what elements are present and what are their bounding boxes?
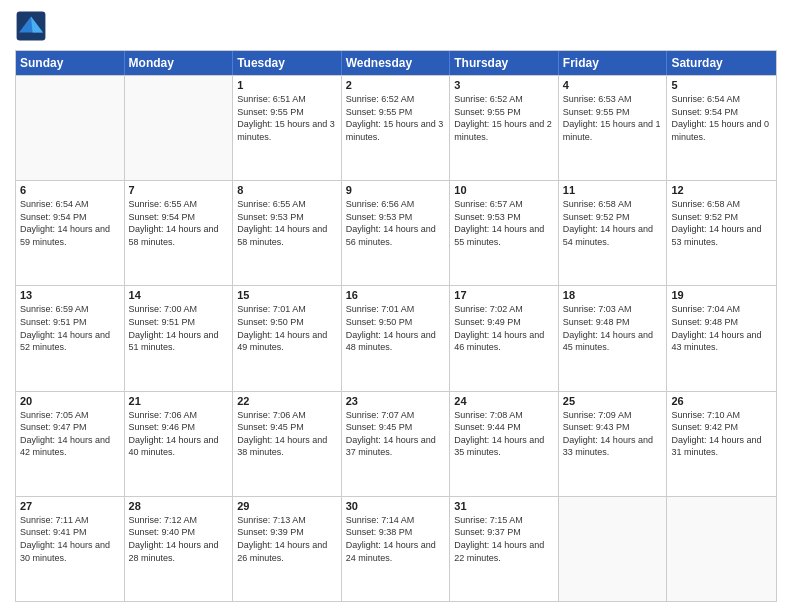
day-info: Sunrise: 7:04 AM Sunset: 9:48 PM Dayligh…: [671, 303, 772, 353]
day-info: Sunrise: 6:54 AM Sunset: 9:54 PM Dayligh…: [671, 93, 772, 143]
empty-cell: [559, 497, 668, 601]
logo-icon: [15, 10, 47, 42]
day-number: 16: [346, 289, 446, 301]
day-cell-4: 4Sunrise: 6:53 AM Sunset: 9:55 PM Daylig…: [559, 76, 668, 180]
day-info: Sunrise: 6:52 AM Sunset: 9:55 PM Dayligh…: [346, 93, 446, 143]
day-number: 14: [129, 289, 229, 301]
week-row-3: 13Sunrise: 6:59 AM Sunset: 9:51 PM Dayli…: [16, 285, 776, 390]
day-info: Sunrise: 7:05 AM Sunset: 9:47 PM Dayligh…: [20, 409, 120, 459]
day-number: 29: [237, 500, 337, 512]
day-number: 4: [563, 79, 663, 91]
page: SundayMondayTuesdayWednesdayThursdayFrid…: [0, 0, 792, 612]
header: [15, 10, 777, 42]
day-number: 28: [129, 500, 229, 512]
day-info: Sunrise: 6:58 AM Sunset: 9:52 PM Dayligh…: [671, 198, 772, 248]
week-row-4: 20Sunrise: 7:05 AM Sunset: 9:47 PM Dayli…: [16, 391, 776, 496]
day-info: Sunrise: 7:08 AM Sunset: 9:44 PM Dayligh…: [454, 409, 554, 459]
day-cell-28: 28Sunrise: 7:12 AM Sunset: 9:40 PM Dayli…: [125, 497, 234, 601]
day-cell-29: 29Sunrise: 7:13 AM Sunset: 9:39 PM Dayli…: [233, 497, 342, 601]
day-cell-9: 9Sunrise: 6:56 AM Sunset: 9:53 PM Daylig…: [342, 181, 451, 285]
day-info: Sunrise: 6:55 AM Sunset: 9:53 PM Dayligh…: [237, 198, 337, 248]
day-number: 9: [346, 184, 446, 196]
calendar: SundayMondayTuesdayWednesdayThursdayFrid…: [15, 50, 777, 602]
logo: [15, 10, 51, 42]
day-number: 10: [454, 184, 554, 196]
header-day-monday: Monday: [125, 51, 234, 75]
day-info: Sunrise: 7:11 AM Sunset: 9:41 PM Dayligh…: [20, 514, 120, 564]
day-cell-2: 2Sunrise: 6:52 AM Sunset: 9:55 PM Daylig…: [342, 76, 451, 180]
day-info: Sunrise: 7:01 AM Sunset: 9:50 PM Dayligh…: [237, 303, 337, 353]
day-number: 20: [20, 395, 120, 407]
day-number: 19: [671, 289, 772, 301]
day-cell-7: 7Sunrise: 6:55 AM Sunset: 9:54 PM Daylig…: [125, 181, 234, 285]
day-cell-17: 17Sunrise: 7:02 AM Sunset: 9:49 PM Dayli…: [450, 286, 559, 390]
header-day-saturday: Saturday: [667, 51, 776, 75]
day-number: 5: [671, 79, 772, 91]
day-number: 13: [20, 289, 120, 301]
day-number: 25: [563, 395, 663, 407]
day-info: Sunrise: 6:53 AM Sunset: 9:55 PM Dayligh…: [563, 93, 663, 143]
day-info: Sunrise: 6:56 AM Sunset: 9:53 PM Dayligh…: [346, 198, 446, 248]
day-number: 3: [454, 79, 554, 91]
day-info: Sunrise: 6:59 AM Sunset: 9:51 PM Dayligh…: [20, 303, 120, 353]
day-number: 26: [671, 395, 772, 407]
day-number: 11: [563, 184, 663, 196]
day-cell-6: 6Sunrise: 6:54 AM Sunset: 9:54 PM Daylig…: [16, 181, 125, 285]
day-info: Sunrise: 6:58 AM Sunset: 9:52 PM Dayligh…: [563, 198, 663, 248]
header-day-tuesday: Tuesday: [233, 51, 342, 75]
day-number: 12: [671, 184, 772, 196]
day-number: 6: [20, 184, 120, 196]
day-info: Sunrise: 6:52 AM Sunset: 9:55 PM Dayligh…: [454, 93, 554, 143]
day-number: 15: [237, 289, 337, 301]
day-info: Sunrise: 7:12 AM Sunset: 9:40 PM Dayligh…: [129, 514, 229, 564]
day-info: Sunrise: 7:03 AM Sunset: 9:48 PM Dayligh…: [563, 303, 663, 353]
day-cell-18: 18Sunrise: 7:03 AM Sunset: 9:48 PM Dayli…: [559, 286, 668, 390]
day-number: 7: [129, 184, 229, 196]
day-cell-26: 26Sunrise: 7:10 AM Sunset: 9:42 PM Dayli…: [667, 392, 776, 496]
day-cell-19: 19Sunrise: 7:04 AM Sunset: 9:48 PM Dayli…: [667, 286, 776, 390]
day-info: Sunrise: 6:54 AM Sunset: 9:54 PM Dayligh…: [20, 198, 120, 248]
day-cell-22: 22Sunrise: 7:06 AM Sunset: 9:45 PM Dayli…: [233, 392, 342, 496]
day-cell-5: 5Sunrise: 6:54 AM Sunset: 9:54 PM Daylig…: [667, 76, 776, 180]
empty-cell: [667, 497, 776, 601]
day-info: Sunrise: 7:01 AM Sunset: 9:50 PM Dayligh…: [346, 303, 446, 353]
day-info: Sunrise: 7:06 AM Sunset: 9:45 PM Dayligh…: [237, 409, 337, 459]
header-day-sunday: Sunday: [16, 51, 125, 75]
day-cell-25: 25Sunrise: 7:09 AM Sunset: 9:43 PM Dayli…: [559, 392, 668, 496]
day-info: Sunrise: 7:14 AM Sunset: 9:38 PM Dayligh…: [346, 514, 446, 564]
day-number: 31: [454, 500, 554, 512]
empty-cell: [125, 76, 234, 180]
day-info: Sunrise: 7:00 AM Sunset: 9:51 PM Dayligh…: [129, 303, 229, 353]
day-number: 18: [563, 289, 663, 301]
header-day-thursday: Thursday: [450, 51, 559, 75]
day-cell-21: 21Sunrise: 7:06 AM Sunset: 9:46 PM Dayli…: [125, 392, 234, 496]
day-number: 2: [346, 79, 446, 91]
day-cell-12: 12Sunrise: 6:58 AM Sunset: 9:52 PM Dayli…: [667, 181, 776, 285]
day-cell-14: 14Sunrise: 7:00 AM Sunset: 9:51 PM Dayli…: [125, 286, 234, 390]
day-cell-27: 27Sunrise: 7:11 AM Sunset: 9:41 PM Dayli…: [16, 497, 125, 601]
day-info: Sunrise: 7:06 AM Sunset: 9:46 PM Dayligh…: [129, 409, 229, 459]
day-info: Sunrise: 7:02 AM Sunset: 9:49 PM Dayligh…: [454, 303, 554, 353]
header-day-friday: Friday: [559, 51, 668, 75]
day-number: 22: [237, 395, 337, 407]
day-cell-24: 24Sunrise: 7:08 AM Sunset: 9:44 PM Dayli…: [450, 392, 559, 496]
day-cell-3: 3Sunrise: 6:52 AM Sunset: 9:55 PM Daylig…: [450, 76, 559, 180]
day-cell-1: 1Sunrise: 6:51 AM Sunset: 9:55 PM Daylig…: [233, 76, 342, 180]
day-cell-20: 20Sunrise: 7:05 AM Sunset: 9:47 PM Dayli…: [16, 392, 125, 496]
day-info: Sunrise: 7:15 AM Sunset: 9:37 PM Dayligh…: [454, 514, 554, 564]
day-number: 24: [454, 395, 554, 407]
day-cell-31: 31Sunrise: 7:15 AM Sunset: 9:37 PM Dayli…: [450, 497, 559, 601]
day-number: 27: [20, 500, 120, 512]
header-day-wednesday: Wednesday: [342, 51, 451, 75]
day-number: 17: [454, 289, 554, 301]
week-row-1: 1Sunrise: 6:51 AM Sunset: 9:55 PM Daylig…: [16, 75, 776, 180]
day-cell-30: 30Sunrise: 7:14 AM Sunset: 9:38 PM Dayli…: [342, 497, 451, 601]
calendar-header: SundayMondayTuesdayWednesdayThursdayFrid…: [16, 51, 776, 75]
day-number: 1: [237, 79, 337, 91]
day-info: Sunrise: 7:09 AM Sunset: 9:43 PM Dayligh…: [563, 409, 663, 459]
calendar-body: 1Sunrise: 6:51 AM Sunset: 9:55 PM Daylig…: [16, 75, 776, 601]
day-number: 21: [129, 395, 229, 407]
week-row-2: 6Sunrise: 6:54 AM Sunset: 9:54 PM Daylig…: [16, 180, 776, 285]
day-info: Sunrise: 6:57 AM Sunset: 9:53 PM Dayligh…: [454, 198, 554, 248]
day-number: 8: [237, 184, 337, 196]
